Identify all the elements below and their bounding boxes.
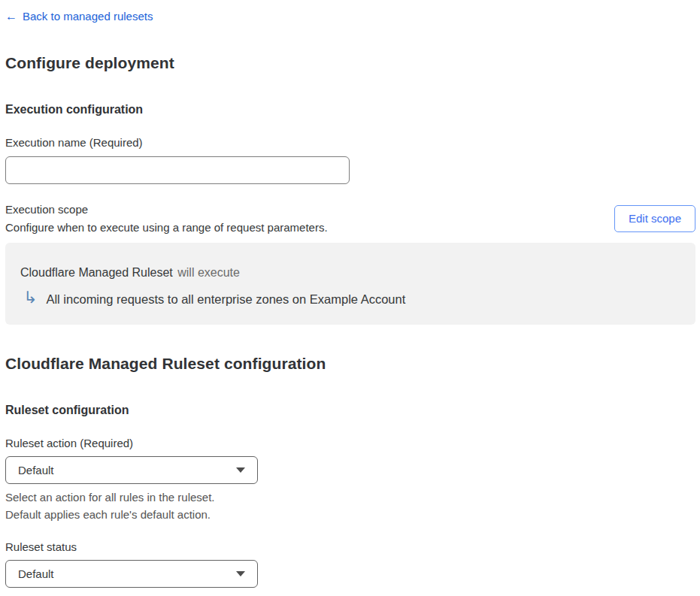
execution-name-input[interactable] (5, 156, 350, 184)
ruleset-configuration-title: Cloudflare Managed Ruleset configuration (5, 355, 695, 373)
back-arrow-icon: ← (5, 9, 17, 24)
back-link[interactable]: ← Back to managed rulesets (5, 9, 153, 24)
execution-scope-description: Configure when to execute using a range … (5, 219, 328, 237)
edit-scope-button[interactable]: Edit scope (614, 205, 695, 232)
ruleset-configuration-subheading: Ruleset configuration (5, 403, 695, 418)
ruleset-status-selected-value: Default (18, 567, 54, 580)
back-link-label: Back to managed rulesets (23, 9, 153, 24)
ruleset-action-help-line1: Select an action for all rules in the ru… (5, 489, 695, 506)
ruleset-action-selected-value: Default (18, 464, 54, 476)
execution-scope-texts: Execution scope Configure when to execut… (5, 201, 328, 237)
will-execute-text: will execute (177, 266, 240, 279)
scope-summary-panel: Cloudflare Managed Ruleset will execute … (5, 243, 695, 325)
configure-deployment-page: ← Back to managed rulesets Configure dep… (0, 0, 700, 596)
ruleset-action-help-line2: Default applies each rule's default acti… (5, 506, 695, 523)
chevron-down-icon (236, 467, 245, 473)
scope-summary-headline: Cloudflare Managed Ruleset will execute (20, 265, 680, 280)
ruleset-name-text: Cloudflare Managed Ruleset (20, 266, 173, 279)
ruleset-status-help: Select a status for all rules in the rul… (5, 592, 695, 596)
execution-name-label: Execution name (Required) (5, 136, 695, 150)
ruleset-action-select[interactable]: Default (5, 456, 258, 484)
scope-summary-detail: ↳ All incoming requests to all enterpris… (20, 289, 680, 309)
ruleset-status-help-line1: Select a status for all rules in the rul… (5, 592, 695, 596)
branch-arrow-icon: ↳ (23, 289, 37, 306)
ruleset-status-label: Ruleset status (5, 540, 695, 554)
ruleset-status-select[interactable]: Default (5, 560, 258, 588)
execution-scope-label: Execution scope (5, 201, 328, 219)
execution-scope-row: Execution scope Configure when to execut… (5, 201, 695, 237)
ruleset-action-label: Ruleset action (Required) (5, 437, 695, 450)
execution-configuration-heading: Execution configuration (5, 102, 695, 117)
page-title: Configure deployment (5, 54, 695, 72)
scope-summary-text: All incoming requests to all enterprise … (46, 291, 405, 307)
ruleset-action-help: Select an action for all rules in the ru… (5, 489, 695, 523)
chevron-down-icon (236, 571, 245, 576)
